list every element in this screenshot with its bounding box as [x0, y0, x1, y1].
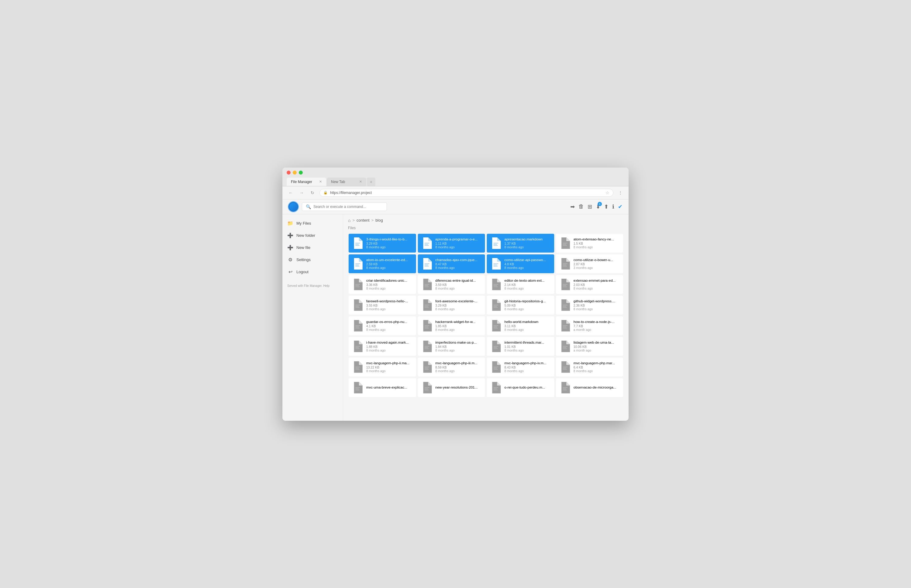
file-item[interactable]: apresentacao.markdown 1.37 KB 8 months a…	[487, 234, 554, 252]
svg-rect-38	[355, 307, 359, 308]
file-meta: hackerrank-widget-for-w... 1.85 KB 8 mon…	[435, 320, 482, 331]
file-date: 8 months ago	[504, 369, 550, 373]
file-item[interactable]: aprenda-a-programar-o-e... 1.11 KB 8 mon…	[418, 234, 485, 252]
nav-bar: ← → ↻ 🔒 https://filemanager.project ☆ ⋮	[282, 186, 629, 199]
download-icon[interactable]: ⬇ 6	[596, 204, 600, 210]
breadcrumb-sep: >	[371, 218, 374, 223]
file-meta: mvc-languagem-php-iv.m... 8.43 KB 8 mont…	[504, 361, 550, 373]
forward-button[interactable]: →	[298, 189, 306, 197]
file-item[interactable]: mvc-languagem-php-ii.ma... 13.22 KB 8 mo…	[349, 358, 416, 376]
upload-icon[interactable]: ⬆	[604, 204, 608, 210]
file-item[interactable]: listagem-web-de-uma-ta... 10.06 KB a mon…	[556, 337, 623, 356]
file-meta: farewell-wordpress-hello-... 3.55 KB 8 m…	[366, 299, 413, 311]
file-meta: observacao-de-microorga...	[574, 386, 620, 390]
file-item[interactable]: how-to-create-a-node-js-... 7.7 KB a mon…	[556, 316, 623, 335]
bookmark-icon[interactable]: ☆	[605, 190, 610, 195]
file-item[interactable]: observacao-de-microorga...	[556, 378, 623, 397]
file-meta: atom-extensao-fancy-ne... 1.5 KB 8 month…	[574, 237, 620, 249]
file-meta: imperfections-make-us-p... 1.84 KB 8 mon…	[435, 341, 482, 352]
tab-new-tab[interactable]: New Tab ✕	[327, 178, 366, 186]
tab-bar: File Manager ✕ New Tab ✕ +	[286, 178, 625, 186]
breadcrumb-blog[interactable]: blog	[375, 218, 383, 223]
sidebar-item-my-files[interactable]: 📁 My Files	[282, 217, 343, 229]
breadcrumb: ⌂ > content > blog	[348, 218, 624, 223]
sidebar-item-settings[interactable]: ⚙ Settings	[282, 254, 343, 266]
file-item[interactable]: editor-de-texto-atom-ext... 2.14 KB 8 mo…	[487, 275, 554, 294]
file-meta: listagem-web-de-uma-ta... 10.06 KB a mon…	[574, 341, 620, 352]
move-icon[interactable]: ➡	[570, 204, 575, 210]
file-item[interactable]: como-utilizar-o-bower-u... 2.87 KB 3 mon…	[556, 254, 623, 273]
file-date: 8 months ago	[435, 287, 482, 290]
svg-rect-8	[494, 245, 498, 246]
search-bar[interactable]: 🔍	[302, 202, 387, 211]
file-item[interactable]: extensao-emmet-para-ed... 2.03 KB 8 mont…	[556, 275, 623, 294]
breadcrumb-content[interactable]: content	[356, 218, 370, 223]
file-item[interactable]: atom-io-um-excelente-ed... 2.59 KB 8 mon…	[349, 254, 416, 273]
search-input[interactable]	[313, 205, 383, 209]
svg-rect-28	[424, 285, 428, 286]
svg-rect-59	[563, 328, 567, 328]
delete-icon[interactable]: 🗑	[578, 204, 584, 210]
back-button[interactable]: ←	[286, 189, 294, 197]
file-date: 8 months ago	[504, 307, 550, 311]
file-item[interactable]: farewell-wordpress-hello-... 3.55 KB 8 m…	[349, 296, 416, 315]
svg-rect-2	[355, 245, 359, 246]
sidebar-label-my-files: My Files	[296, 221, 311, 226]
info-icon[interactable]: ℹ	[612, 204, 614, 210]
file-item[interactable]: 3-things-i-would-like-to-b... 3.29 KB 8 …	[349, 234, 416, 252]
file-size: 1.11 KB	[435, 242, 482, 245]
svg-rect-10	[563, 244, 566, 245]
file-item[interactable]: diferencas-entre-igual-id... 3.59 KB 8 m…	[418, 275, 485, 294]
tab-close-icon[interactable]: ✕	[359, 180, 362, 183]
check-icon[interactable]: ✔	[618, 204, 623, 210]
file-name: apresentacao.markdown	[504, 237, 550, 241]
grid-icon[interactable]: ⊞	[587, 204, 592, 210]
address-bar[interactable]: 🔒 https://filemanager.project ☆	[319, 189, 613, 197]
file-size: 1.37 KB	[504, 242, 550, 245]
file-item[interactable]: font-awesome-excelente-... 3.29 KB 8 mon…	[418, 296, 485, 315]
file-item[interactable]: new-year-resolutions-201...	[418, 378, 485, 397]
minimize-button[interactable]	[293, 171, 297, 174]
folder-icon: 📁	[287, 220, 293, 226]
svg-rect-42	[494, 305, 498, 305]
file-item[interactable]: git-historia-repositorios-g... 5.09 KB 8…	[487, 296, 554, 315]
file-item[interactable]: mvc-languagem-php.mar... 6.4 KB 8 months…	[556, 358, 623, 376]
sidebar-item-new-file[interactable]: ➕ New file	[282, 242, 343, 254]
sidebar-item-logout[interactable]: ↩ Logout	[282, 266, 343, 278]
file-item[interactable]: hackerrank-widget-for-w... 1.85 KB 8 mon…	[418, 316, 485, 335]
file-item[interactable]: o-rei-que-tudo-perdeu.m...	[487, 378, 554, 397]
file-item[interactable]: i-have-moved-again.mark... 1.88 KB 8 mon…	[349, 337, 416, 356]
file-item[interactable]: mvc-languagem-php-iii.m... 8.59 KB 8 mon…	[418, 358, 485, 376]
file-name: new-year-resolutions-201...	[435, 386, 482, 389]
file-item[interactable]: mvc-languagem-php-iv.m... 8.43 KB 8 mont…	[487, 358, 554, 376]
file-meta: extensao-emmet-para-ed... 2.03 KB 8 mont…	[574, 279, 620, 290]
svg-rect-44	[494, 307, 498, 308]
app-logo	[288, 202, 298, 212]
file-item[interactable]: atom-extensao-fancy-ne... 1.5 KB 8 month…	[556, 234, 623, 252]
menu-icon[interactable]: ⋮	[617, 189, 625, 197]
tab-label: New Tab	[331, 180, 345, 184]
file-item[interactable]: guardar-os-erros-php-nu... 4.1 KB 8 mont…	[349, 316, 416, 335]
tab-file-manager[interactable]: File Manager ✕	[286, 178, 326, 186]
tab-close-icon[interactable]: ✕	[319, 180, 322, 183]
file-item[interactable]: como-utilizar-api-passwo... 4.8 KB 8 mon…	[487, 254, 554, 273]
file-item[interactable]: chamadas-ajax-com-jque... 8.47 KB 8 mont…	[418, 254, 485, 273]
file-grid: 3-things-i-would-like-to-b... 3.29 KB 8 …	[348, 233, 624, 398]
sidebar-item-new-folder[interactable]: ➕ New folder	[282, 229, 343, 242]
file-item[interactable]: github-widget-wordpress.... 2.36 KB 8 mo…	[556, 296, 623, 315]
svg-rect-27	[424, 284, 429, 285]
new-tab-button[interactable]: +	[367, 178, 375, 186]
file-item[interactable]: mvc-uma-breve-explicac...	[349, 378, 416, 397]
svg-rect-60	[355, 346, 360, 347]
home-icon[interactable]: ⌂	[348, 218, 350, 223]
file-item[interactable]: hello-world.markdown 3.11 KB 8 months ag…	[487, 316, 554, 335]
file-icon	[490, 381, 502, 394]
maximize-button[interactable]	[299, 171, 303, 174]
file-item[interactable]: intermittent-threads.mar... 1.01 KB 8 mo…	[487, 337, 554, 356]
reload-button[interactable]: ↻	[309, 189, 316, 197]
file-item[interactable]: criar-identificadores-unic... 3.36 KB 8 …	[349, 275, 416, 294]
file-name: diferencas-entre-igual-id...	[435, 279, 482, 282]
close-button[interactable]	[286, 171, 291, 174]
file-item[interactable]: imperfections-make-us-p... 1.84 KB 8 mon…	[418, 337, 485, 356]
file-name: hackerrank-widget-for-w...	[435, 320, 482, 324]
